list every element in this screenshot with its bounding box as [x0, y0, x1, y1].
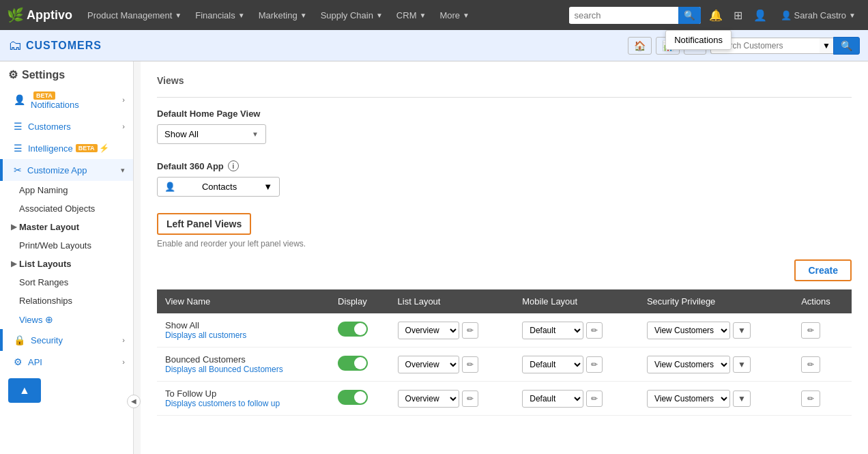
global-search-input[interactable]: [569, 8, 678, 23]
sidebar-item-notifications-label: BETA Notifications: [31, 89, 79, 110]
contacts-nav-button[interactable]: 👤: [751, 6, 770, 25]
sidebar-subitem-views[interactable]: Views ⊕: [0, 310, 133, 329]
cell-list-layout: Overview ✏: [390, 347, 515, 382]
mobile-layout-edit-button[interactable]: ✏: [586, 356, 603, 373]
chevron-down-icon: ▾: [121, 166, 125, 175]
cell-list-layout: Overview ✏: [390, 313, 515, 347]
security-privilege-edit-button[interactable]: ▼: [733, 322, 751, 339]
view-name-secondary: Displays all Bounced Customers: [165, 365, 321, 374]
notifications-button[interactable]: 🔔: [706, 6, 725, 25]
sidebar-subitem-sort-ranges[interactable]: Sort Ranges: [0, 273, 133, 292]
mobile-layout-edit-button[interactable]: ✏: [586, 391, 603, 407]
security-privilege-select[interactable]: View Customers: [647, 322, 730, 339]
security-privilege-edit-button[interactable]: ▼: [733, 391, 751, 407]
create-button[interactable]: Create: [794, 259, 852, 281]
sidebar-item-notifications[interactable]: 👤 BETA Notifications ›: [0, 84, 133, 115]
display-toggle[interactable]: [338, 322, 368, 337]
chevron-right-icon: ›: [122, 358, 125, 366]
default-360-app-dropdown[interactable]: 👤 Contacts ▼: [157, 177, 280, 197]
sidebar-subitem-print-web-layouts[interactable]: Print/Web Layouts: [0, 236, 133, 255]
contacts-app-icon: 👤: [164, 182, 175, 192]
apps-button[interactable]: ⊞: [731, 6, 745, 25]
mobile-layout-select[interactable]: Default: [522, 356, 583, 373]
sidebar-subitem-associated-objects[interactable]: Associated Objects: [0, 199, 133, 218]
default-home-page-view-group: Default Home Page View Show All ▼: [157, 109, 852, 144]
sidebar-item-customers[interactable]: ☰ Customers ›: [0, 115, 133, 137]
list-layout-edit-button[interactable]: ✏: [462, 322, 478, 339]
notifications-icon: 👤: [14, 94, 25, 105]
scroll-up-button[interactable]: ▲: [8, 378, 41, 403]
display-toggle[interactable]: [338, 356, 368, 371]
action-edit-button[interactable]: ✏: [801, 391, 820, 407]
sidebar-item-intelligence[interactable]: ☰ Intelligence BETA ⚡: [0, 137, 133, 159]
cell-security-privilege: View Customers ▼: [639, 313, 793, 347]
nav-arrow-icon: ▼: [300, 12, 307, 19]
customers-search-dropdown-button[interactable]: ▼: [820, 38, 833, 54]
home-button[interactable]: 🏠: [628, 37, 652, 55]
view-name-secondary: Displays customers to follow up: [165, 399, 321, 408]
sidebar-item-security[interactable]: 🔒 Security ›: [0, 329, 133, 351]
sidebar: ⚙ Settings 👤 BETA Notifications › ☰ Cust…: [0, 61, 134, 454]
cell-actions: ✏: [793, 382, 852, 416]
customers-header: 🗂 CUSTOMERS 🏠 📊 ••• ▼ 🔍: [0, 30, 868, 61]
create-btn-area: Create: [157, 259, 852, 281]
security-privilege-edit-button[interactable]: ▼: [733, 356, 751, 373]
list-layout-edit-button[interactable]: ✏: [462, 391, 478, 407]
sidebar-item-intelligence-label: Intelligence: [28, 143, 73, 154]
default-360-app-label: Default 360 App i: [157, 160, 852, 171]
nav-marketing[interactable]: Marketing ▼: [253, 0, 313, 30]
list-layout-edit-button[interactable]: ✏: [462, 356, 478, 373]
default-home-page-view-dropdown[interactable]: Show All ▼: [157, 124, 266, 144]
main-layout: ⚙ Settings 👤 BETA Notifications › ☰ Cust…: [0, 61, 868, 454]
logo: 🌿 Apptivo: [7, 7, 72, 23]
cell-display: [330, 313, 389, 347]
collapse-sidebar-button[interactable]: ◀: [127, 395, 141, 408]
list-layout-select[interactable]: Overview: [398, 356, 459, 373]
global-search-button[interactable]: 🔍: [678, 7, 701, 24]
sidebar-item-api[interactable]: ⚙ API ›: [0, 351, 133, 373]
nav-arrow-icon: ▼: [376, 12, 383, 19]
mobile-layout-select[interactable]: Default: [522, 390, 583, 408]
default-360-app-group: Default 360 App i 👤 Contacts ▼: [157, 160, 852, 197]
customers-search-submit-button[interactable]: 🔍: [833, 37, 860, 55]
sidebar-group-master-layout[interactable]: ▶ Master Layout: [0, 218, 133, 236]
logo-leaf-icon: 🌿: [7, 7, 24, 23]
action-edit-button[interactable]: ✏: [801, 356, 820, 373]
security-privilege-select[interactable]: View Customers: [647, 356, 730, 373]
nav-financials[interactable]: Financials ▼: [190, 0, 250, 30]
collapse-icon: ◀: [131, 397, 136, 405]
display-toggle[interactable]: [338, 390, 368, 405]
info-icon[interactable]: i: [228, 160, 239, 171]
sidebar-subitem-relationships[interactable]: Relationships: [0, 292, 133, 310]
sidebar-group-list-layouts[interactable]: ▶ List Layouts: [0, 255, 133, 273]
mobile-layout-select[interactable]: Default: [522, 322, 583, 339]
cell-mobile-layout: Default ✏: [514, 382, 639, 416]
user-menu-arrow-icon: ▼: [849, 12, 856, 19]
chevron-right-icon: ›: [122, 336, 125, 344]
expand-icon: ▶: [11, 259, 16, 268]
mobile-layout-edit-button[interactable]: ✏: [586, 322, 603, 339]
sidebar-item-customize-app[interactable]: ✂ Customize App ▾: [0, 159, 133, 181]
security-privilege-select-edit: View Customers ▼: [647, 356, 785, 373]
nav-crm[interactable]: CRM ▼: [391, 0, 432, 30]
list-layout-select-edit: Overview ✏: [398, 322, 506, 339]
cell-actions: ✏: [793, 313, 852, 347]
list-layout-select[interactable]: Overview: [398, 322, 459, 339]
list-layout-select[interactable]: Overview: [398, 390, 459, 408]
sidebar-subitem-app-naming[interactable]: App Naming: [0, 181, 133, 199]
nav-more[interactable]: More ▼: [434, 0, 475, 30]
left-panel-views-section: Left Panel Views Enable and reorder your…: [157, 213, 852, 416]
mobile-layout-select-edit: Default ✏: [522, 322, 631, 339]
plus-icon: ⊕: [45, 314, 53, 325]
table-row: To Follow Up Displays customers to follo…: [157, 382, 852, 416]
dropdown-arrow-icon: ▼: [263, 182, 272, 192]
user-menu[interactable]: 👤 Sarah Castro ▼: [775, 8, 862, 23]
security-privilege-select[interactable]: View Customers: [647, 390, 730, 408]
views-table-header: View Name Display List Layout Mobile Lay…: [157, 289, 852, 313]
action-edit-button[interactable]: ✏: [801, 322, 820, 339]
cell-list-layout: Overview ✏: [390, 382, 515, 416]
nav-product-management[interactable]: Product Management ▼: [82, 0, 187, 30]
nav-supply-chain[interactable]: Supply Chain ▼: [315, 0, 388, 30]
views-table: View Name Display List Layout Mobile Lay…: [157, 289, 852, 416]
cell-mobile-layout: Default ✏: [514, 347, 639, 382]
